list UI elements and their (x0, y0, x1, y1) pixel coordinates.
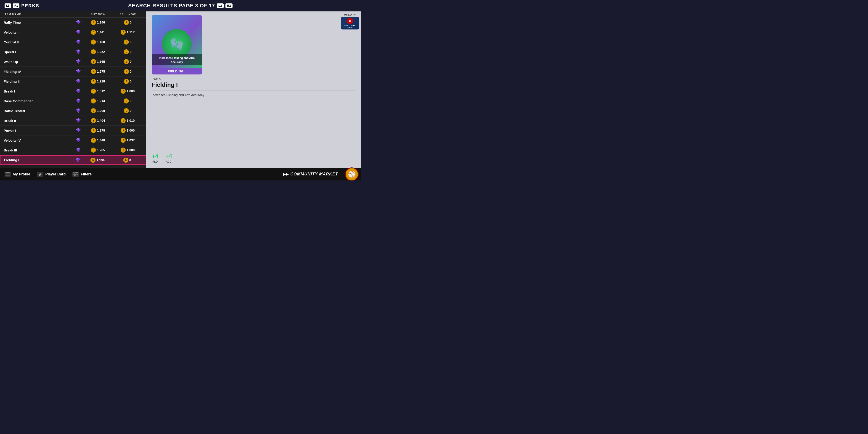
col-sell-now: SELL NOW (113, 13, 143, 16)
stubs-icon: S (91, 30, 96, 35)
table-row[interactable]: Control II S 1,188 S 0 (0, 37, 146, 47)
stubs-icon: S (123, 158, 128, 163)
player-card-icon (37, 172, 43, 177)
sell-value: S 1,000 (113, 148, 143, 153)
top-header: L1 R1 PERKS SEARCH RESULTS PAGE 3 OF 17 … (0, 0, 361, 11)
stubs-icon: S (121, 138, 126, 143)
stubs-icon: S (91, 49, 96, 54)
table-row[interactable]: Velocity II S 1,441 S 1,117 (0, 27, 146, 37)
table-row[interactable]: Break I S 1,312 S 1,000 (0, 86, 146, 96)
table-row[interactable]: Velocity IV S 1,348 S 1,037 (0, 135, 146, 145)
glove-icon: 🧤 (170, 37, 184, 51)
buy-value: S 1,348 (83, 138, 113, 143)
table-row[interactable]: Speed I S 1,252 S 0 (0, 47, 146, 57)
player-card-item[interactable]: Player Card (37, 172, 66, 177)
l2-button[interactable]: L2 (217, 3, 224, 8)
sell-amount: 0 (130, 50, 131, 54)
table-row[interactable]: Base Commander S 1,213 S 0 (0, 96, 146, 106)
sell-amount: 0 (130, 70, 131, 73)
sell-value: S 0 (113, 98, 143, 103)
gem-icon (76, 20, 81, 25)
buy-value: S 1,194 (83, 158, 113, 163)
table-row[interactable]: Wake Up S 1,165 S 0 (0, 57, 146, 67)
sell-amount: 0 (130, 99, 131, 103)
stubs-icon: S (124, 108, 129, 113)
stubs-icon: S (91, 128, 96, 133)
gem-icon (76, 108, 81, 114)
stubs-icon: S (90, 158, 95, 163)
filters-item[interactable]: Filters (72, 172, 92, 177)
sell-amount: 1,000 (127, 129, 134, 132)
gem-icon (76, 39, 81, 45)
stubs-icon: S (91, 69, 96, 74)
row-name: Rally Time (4, 21, 76, 25)
used-in-section: USED IN ⚾ ROAD TO THESHOW (341, 13, 359, 29)
gem-icon (76, 69, 81, 74)
card-bg: 🧤 Increases Fielding and Arm Accuracy FI… (152, 15, 202, 74)
perk-section-label: PERK (152, 77, 161, 81)
buy-amount: 1,165 (97, 60, 105, 63)
buy-value: S 1,278 (83, 128, 113, 133)
table-row[interactable]: Fielding IV S 1,275 S 0 (0, 67, 146, 76)
gem-icon (76, 49, 81, 55)
page-info: SEARCH RESULTS PAGE 3 OF 17 (128, 3, 215, 9)
svg-rect-30 (5, 173, 10, 173)
r2-button[interactable]: R2 (225, 3, 232, 8)
buy-amount: 1,252 (97, 50, 105, 54)
card-name-bar: FIELDING I (152, 68, 202, 74)
r1-button[interactable]: R1 (13, 3, 20, 8)
stubs-icon: S (124, 49, 129, 54)
stats-row: +4 FLD +4 ACC (152, 153, 172, 163)
stat-fld: +4 FLD (152, 153, 158, 163)
sell-value: S 1,000 (113, 128, 143, 133)
baseball-logo: ⚾ (345, 167, 359, 181)
stubs-icon: S (91, 20, 96, 25)
rts-badge: ⚾ ROAD TO THESHOW (341, 17, 359, 29)
row-name: Velocity II (4, 30, 76, 34)
table-row[interactable]: Rally Time S 1,146 S 0 (0, 18, 146, 27)
table-section: ITEM NAME BUY NOW SELL NOW Rally Time S … (0, 11, 146, 168)
stubs-icon: S (91, 59, 96, 64)
my-profile-item[interactable]: My Profile (5, 172, 30, 177)
filters-label: Filters (81, 172, 92, 176)
bottom-bar: My Profile Player Card Filters ▶▶ COMMUN… (0, 168, 361, 181)
stat-acc: +4 ACC (165, 153, 172, 163)
stubs-icon: S (121, 118, 126, 123)
table-row[interactable]: Break II S 1,404 S 1,010 (0, 116, 146, 126)
buy-value: S 1,188 (83, 39, 113, 44)
row-name: Fielding I (4, 158, 75, 162)
sell-value: S 1,037 (113, 138, 143, 143)
buy-amount: 1,278 (97, 129, 105, 132)
buy-amount: 1,213 (97, 99, 105, 103)
acc-label: ACC (165, 160, 172, 163)
buy-amount: 1,188 (97, 40, 105, 44)
sell-amount: 1,117 (127, 30, 134, 34)
detail-panel: USED IN ⚾ ROAD TO THESHOW 🧤 Increases Fi… (146, 11, 361, 168)
sell-amount: 1,000 (127, 148, 134, 152)
used-in-label: USED IN (344, 13, 356, 16)
sell-amount: 1,037 (127, 138, 134, 142)
buy-amount: 1,441 (97, 30, 105, 34)
sell-value: S 0 (113, 39, 143, 44)
table-row[interactable]: Fielding I S 1,194 S 0 (0, 155, 146, 165)
sell-value: S 0 (113, 79, 143, 84)
table-row[interactable]: Fielding II S 1,228 S 0 (0, 76, 146, 86)
row-name: Break I (4, 89, 76, 93)
svg-point-37 (76, 174, 78, 175)
sell-amount: 1,000 (127, 89, 134, 93)
table-header: ITEM NAME BUY NOW SELL NOW (0, 11, 146, 18)
col-item-name: ITEM NAME (4, 13, 83, 16)
row-name: Control II (4, 40, 76, 44)
sell-value: S 0 (113, 59, 143, 64)
my-profile-icon (5, 172, 11, 177)
l1-button[interactable]: L1 (5, 3, 11, 8)
table-row[interactable]: Battle Tested S 1,200 S 0 (0, 106, 146, 116)
table-row[interactable]: Break III S 1,285 S 1,000 (0, 145, 146, 155)
stubs-icon: S (124, 98, 129, 103)
table-row[interactable]: Power I S 1,278 S 1,000 (0, 126, 146, 135)
stubs-icon: S (91, 138, 96, 143)
buy-amount: 1,404 (97, 119, 105, 122)
sell-value: S 1,000 (113, 89, 143, 94)
row-name: Battle Tested (4, 109, 76, 113)
card-desc-text: Increases Fielding and Arm Accuracy (159, 56, 195, 64)
